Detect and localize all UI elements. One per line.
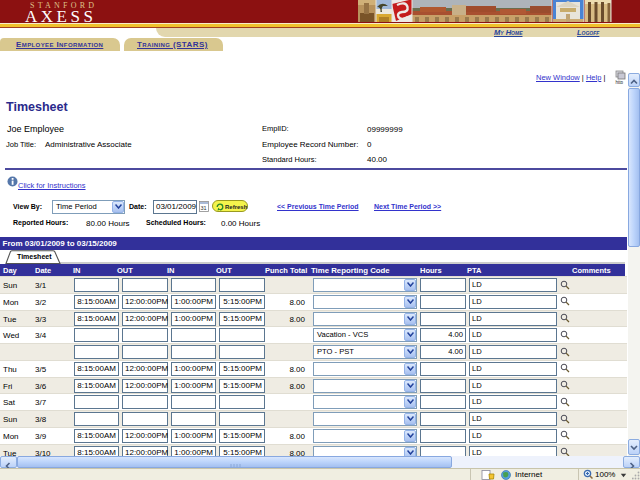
svg-text:31: 31 xyxy=(201,205,207,211)
svg-text:http: http xyxy=(616,80,624,85)
